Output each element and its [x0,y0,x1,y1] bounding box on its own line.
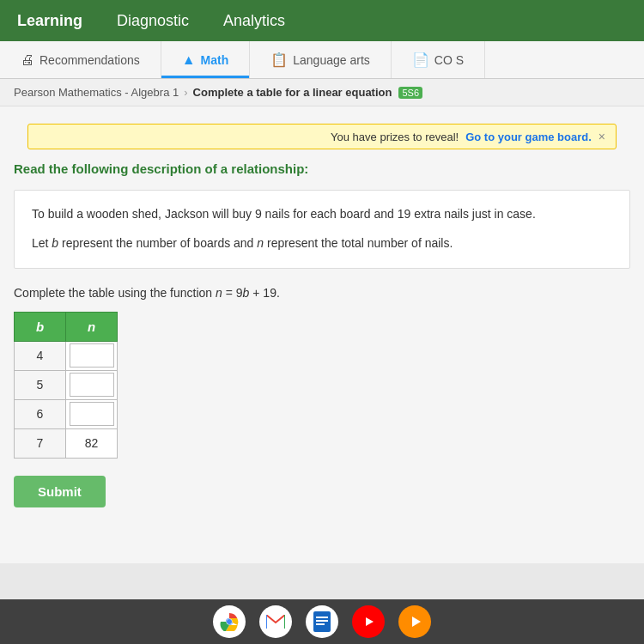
table-cell-b-0: 4 [15,341,66,370]
gmail-icon[interactable] [259,605,292,638]
cos-icon: 📄 [412,52,429,68]
problem-line1: To build a wooden shed, Jackson will buy… [32,204,612,225]
main-content: You have prizes to reveal! Go to your ga… [0,106,644,563]
table-header-n: n [66,312,118,341]
table-header-b: b [15,312,66,341]
table-cell-n-2[interactable] [66,399,118,428]
table-row: 5 [15,370,118,399]
table-row: 6 [15,399,118,428]
tab-bar: 🖨 Recommendations ▲ Math 📋 Language arts… [0,41,644,79]
svg-rect-9 [316,623,325,625]
taskbar [0,599,644,644]
top-navigation: Learning Diagnostic Analytics [0,0,644,41]
chrome-icon[interactable] [213,605,246,638]
problem-box: To build a wooden shed, Jackson will buy… [14,190,630,269]
table-cell-n-3: 82 [66,428,118,458]
table-cell-b-2: 6 [15,399,66,428]
table-cell-n-1[interactable] [66,370,118,399]
table-row: 7 82 [15,428,118,458]
tab-language-arts[interactable]: 📋 Language arts [250,41,392,78]
svg-rect-7 [316,617,328,618]
breadcrumb: Pearson Mathematics - Algebra 1 › Comple… [0,79,644,106]
svg-rect-8 [316,620,328,622]
table-cell-b-3: 7 [15,428,66,458]
tab-math[interactable]: ▲ Math [161,41,251,78]
table-row: 4 [15,341,118,370]
tab-recommendations[interactable]: 🖨 Recommendations [0,41,161,78]
breadcrumb-topic: Complete a table for a linear equation [193,86,392,99]
input-n-2[interactable] [70,402,114,426]
nav-analytics[interactable]: Analytics [220,5,289,37]
svg-point-2 [227,619,232,624]
nav-learning[interactable]: Learning [14,5,86,37]
function-label: Complete the table using the function n … [14,286,630,300]
tab-cos-label: CO S [434,53,464,67]
breadcrumb-chevron: › [184,86,187,99]
question-heading: Read the following description of a rela… [14,161,630,176]
prize-text: You have prizes to reveal! [331,131,459,143]
recommendations-icon: 🖨 [21,52,34,68]
play-store-icon[interactable] [398,605,431,638]
tab-language-arts-label: Language arts [293,53,370,67]
tab-math-label: Math [201,53,229,67]
prize-link[interactable]: Go to your game board. [465,131,592,143]
docs-icon[interactable] [306,605,338,638]
input-n-1[interactable] [70,373,114,397]
data-table: b n 4 5 6 7 82 [14,312,118,459]
problem-line2: Let b represent the number of boards and… [32,234,612,254]
submit-button[interactable]: Submit [14,476,106,507]
table-cell-b-1: 5 [15,370,66,399]
language-arts-icon: 📋 [270,52,288,68]
input-n-0[interactable] [70,343,114,368]
tab-recommendations-label: Recommendations [39,53,140,67]
breadcrumb-badge: 5S6 [398,87,422,99]
math-icon: ▲ [182,52,196,68]
youtube-icon[interactable] [352,605,385,638]
tab-cos[interactable]: 📄 CO S [392,41,485,78]
nav-diagnostic[interactable]: Diagnostic [113,5,192,37]
prize-banner: You have prizes to reveal! Go to your ga… [27,124,617,149]
prize-close-button[interactable]: × [598,130,605,143]
breadcrumb-course[interactable]: Pearson Mathematics - Algebra 1 [14,86,179,99]
table-cell-n-0[interactable] [66,341,118,370]
